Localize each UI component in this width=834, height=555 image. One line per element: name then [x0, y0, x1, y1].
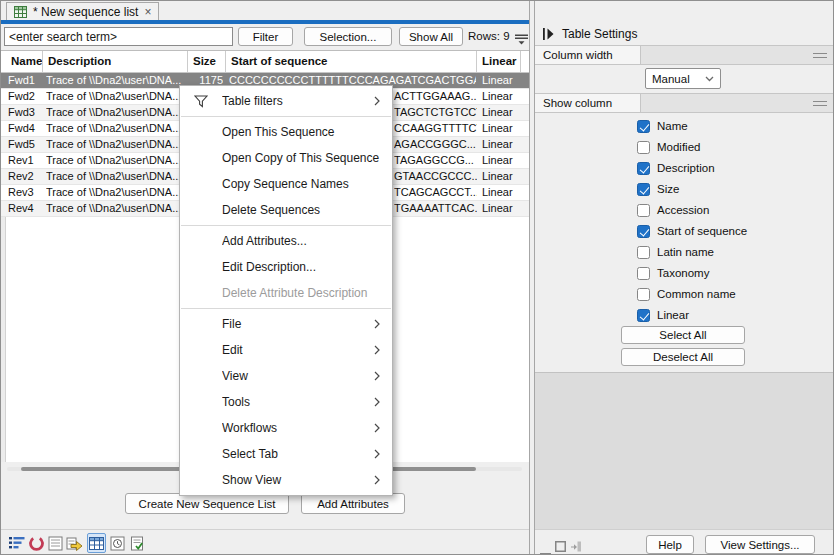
show-column-option-label: Accession	[657, 201, 709, 220]
deselect-all-button[interactable]: Deselect All	[621, 348, 745, 366]
show-column-option-accession[interactable]: Accession	[535, 201, 834, 220]
show-column-option-modified[interactable]: Modified	[535, 138, 834, 157]
column-width-group-header[interactable]: Column width	[535, 45, 834, 65]
search-input[interactable]	[4, 27, 233, 46]
menu-item-table-filters[interactable]: Table filters	[180, 88, 392, 114]
menu-item-open-this-sequence[interactable]: Open This Sequence	[180, 119, 392, 145]
column-header-description[interactable]: Description	[44, 51, 188, 72]
element-info-view-icon[interactable]	[128, 533, 147, 553]
show-column-option-linear[interactable]: Linear	[535, 306, 834, 325]
filter-button[interactable]: Filter	[238, 27, 293, 46]
table-cell-linear: Linear	[482, 73, 521, 88]
menu-item-label: Show View	[222, 473, 374, 487]
menu-item-select-tab[interactable]: Select Tab	[180, 441, 392, 467]
menu-item-copy-sequence-names[interactable]: Copy Sequence Names	[180, 171, 392, 197]
menu-item-workflows[interactable]: Workflows	[180, 415, 392, 441]
table-cell-name: Rev1	[8, 153, 41, 168]
menu-item-show-view[interactable]: Show View	[180, 467, 392, 493]
menu-item-file[interactable]: File	[180, 311, 392, 337]
show-column-option-start-of-sequence[interactable]: Start of sequence	[535, 222, 834, 241]
checkbox-checked-icon[interactable]	[637, 225, 650, 238]
help-button[interactable]: Help	[646, 535, 694, 554]
menu-item-edit-description[interactable]: Edit Description...	[180, 254, 392, 280]
chevron-down-icon	[705, 76, 714, 82]
panel-collapse-icon[interactable]	[543, 28, 554, 40]
show-column-option-label: Modified	[657, 138, 700, 157]
table-cell-start: TAGCTCTGTCCT...	[394, 105, 477, 120]
submenu-arrow-icon	[374, 96, 392, 106]
checkbox-unchecked-icon[interactable]	[637, 204, 650, 217]
show-column-group-header[interactable]: Show column	[535, 93, 834, 113]
column-header-linear[interactable]: Linear	[478, 51, 521, 72]
view-settings-button[interactable]: View Settings...	[705, 535, 815, 554]
history-view-icon[interactable]	[108, 533, 127, 553]
checkbox-unchecked-icon[interactable]	[637, 246, 650, 259]
text-view-icon[interactable]	[46, 533, 65, 553]
add-attributes-label: Add Attributes	[317, 498, 389, 510]
show-column-label: Show column	[535, 94, 641, 112]
collapse-group-icon[interactable]	[813, 101, 827, 106]
add-attributes-button[interactable]: Add Attributes	[301, 493, 405, 514]
minimize-panel-icon[interactable]	[540, 542, 551, 555]
table-cell-linear: Linear	[482, 137, 521, 152]
column-width-select[interactable]: Manual	[645, 68, 721, 89]
circular-view-icon[interactable]	[27, 533, 46, 553]
tab-close-icon[interactable]: ×	[144, 6, 151, 18]
submenu-arrow-icon	[374, 397, 392, 407]
checkbox-checked-icon[interactable]	[637, 162, 650, 175]
column-header-name[interactable]: Name	[7, 51, 43, 72]
tab-new-sequence-list[interactable]: * New sequence list ×	[6, 2, 159, 20]
menu-item-open-copy-of-this-sequence[interactable]: Open Copy of This Sequence	[180, 145, 392, 171]
show-column-option-description[interactable]: Description	[535, 159, 834, 178]
table-cell-description: Trace of \\Dna2\user\DNA...	[46, 89, 186, 104]
table-settings-header: Table Settings	[535, 23, 834, 45]
collapse-group-icon[interactable]	[813, 53, 827, 58]
menu-item-label: Copy Sequence Names	[222, 177, 392, 191]
show-column-option-label: Start of sequence	[657, 222, 747, 241]
table-cell-description: Trace of \\Dna2\user\DNA...	[46, 169, 186, 184]
menu-item-tools[interactable]: Tools	[180, 389, 392, 415]
table-header: Name Description Size Start of sequence …	[1, 51, 529, 73]
column-header-size[interactable]: Size	[189, 51, 226, 72]
show-column-option-common-name[interactable]: Common name	[535, 285, 834, 304]
create-new-sequence-list-button[interactable]: Create New Sequence List	[125, 493, 289, 514]
show-column-option-latin-name[interactable]: Latin name	[535, 243, 834, 262]
create-new-sequence-list-label: Create New Sequence List	[139, 498, 276, 510]
table-settings-panel: Table Settings Column width Manual Show …	[535, 1, 834, 555]
show-all-button[interactable]: Show All	[399, 27, 463, 46]
checkbox-checked-icon[interactable]	[637, 309, 650, 322]
panel-title: Table Settings	[562, 27, 637, 41]
submenu-arrow-icon	[374, 475, 392, 485]
column-header-start[interactable]: Start of sequence	[227, 51, 477, 72]
checkbox-unchecked-icon[interactable]	[637, 141, 650, 154]
table-view-icon[interactable]	[87, 533, 106, 553]
checkbox-checked-icon[interactable]	[637, 120, 650, 133]
menu-item-view[interactable]: View	[180, 363, 392, 389]
selection-button[interactable]: Selection...	[304, 27, 392, 46]
submenu-arrow-icon	[374, 319, 392, 329]
tab-bar: * New sequence list ×	[1, 1, 531, 20]
list-view-icon[interactable]	[7, 533, 26, 553]
dock-panel-icon[interactable]	[570, 538, 582, 555]
float-panel-icon[interactable]	[555, 538, 566, 555]
help-button-label: Help	[658, 539, 682, 551]
checkbox-unchecked-icon[interactable]	[637, 288, 650, 301]
menu-item-delete-sequences[interactable]: Delete Sequences	[180, 197, 392, 223]
show-column-option-size[interactable]: Size	[535, 180, 834, 199]
filter-funnel-icon	[180, 95, 222, 108]
show-column-option-label: Size	[657, 180, 679, 199]
rows-filter-icon[interactable]	[515, 31, 528, 49]
show-column-option-name[interactable]: Name	[535, 117, 834, 136]
table-export-view-icon[interactable]	[65, 533, 84, 553]
checkbox-checked-icon[interactable]	[637, 183, 650, 196]
submenu-arrow-icon	[374, 449, 392, 459]
checkbox-unchecked-icon[interactable]	[637, 267, 650, 280]
table-cell-name: Fwd4	[8, 121, 41, 136]
table-cell-start: CCAAGGTTTTCT...	[394, 121, 477, 136]
select-all-button[interactable]: Select All	[621, 326, 745, 344]
context-menu: Table filtersOpen This SequenceOpen Copy…	[179, 85, 393, 496]
menu-item-edit[interactable]: Edit	[180, 337, 392, 363]
show-column-option-taxonomy[interactable]: Taxonomy	[535, 264, 834, 283]
menu-item-add-attributes[interactable]: Add Attributes...	[180, 228, 392, 254]
menu-item-label: Table filters	[222, 94, 374, 108]
